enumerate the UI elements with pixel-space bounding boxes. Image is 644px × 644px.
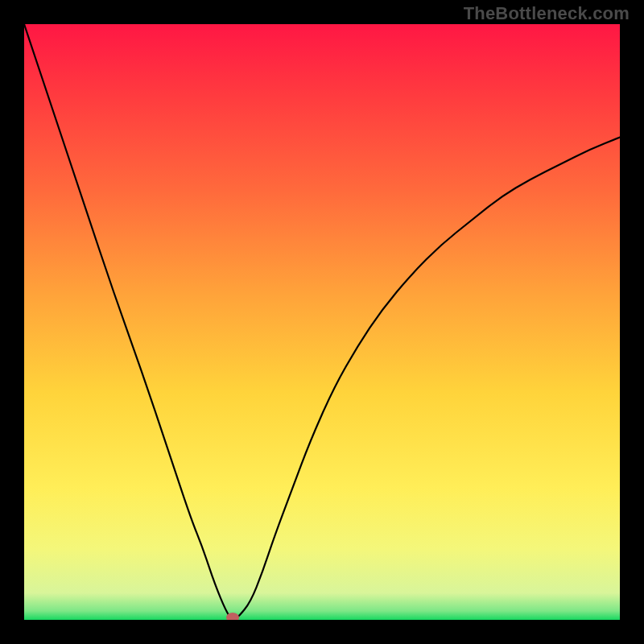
watermark-text: TheBottleneck.com [464,3,630,24]
gradient-background [24,24,620,620]
plot-area [24,24,620,620]
plot-svg [24,24,620,620]
chart-frame: TheBottleneck.com [0,0,644,644]
